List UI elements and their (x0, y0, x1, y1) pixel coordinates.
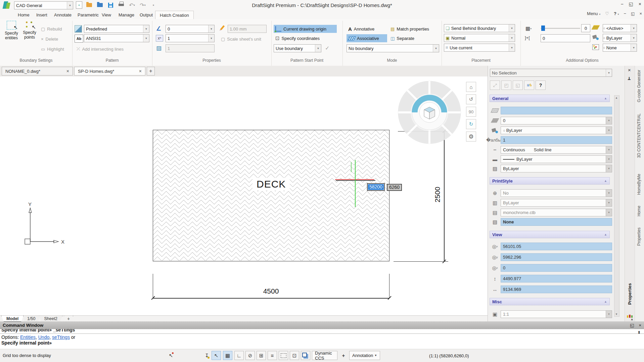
scroll-up-icon[interactable]: ▲ (615, 96, 618, 99)
apply-check-icon[interactable]: ✓ (325, 45, 329, 51)
scale-sheets-unit-button[interactable]: ▢ Scale sheet's unit (221, 35, 261, 43)
wheel-settings-gear-icon[interactable]: ⚙ (466, 132, 476, 142)
tab-hatch-creation[interactable]: Hatch Creation (155, 11, 194, 19)
pen-width-input[interactable]: 1.00 mm (228, 25, 267, 33)
chevron-down-icon[interactable]: ▼ (631, 44, 637, 51)
close-icon[interactable]: × (628, 67, 631, 73)
chevron-down-icon[interactable]: ▼ (606, 311, 612, 318)
chevron-down-icon[interactable]: ▼ (208, 25, 214, 33)
section-view[interactable]: View▲ (490, 231, 610, 238)
deck-hatch-rectangle[interactable]: DECK (153, 130, 389, 261)
open-file-button[interactable] (85, 1, 93, 9)
undo-button[interactable]: ↶▾ (128, 1, 136, 9)
gap-tolerance-input[interactable]: 0 (541, 34, 590, 42)
entity-frame-toggle[interactable]: ⊡ (290, 351, 299, 360)
tab-home[interactable]: Home (13, 11, 34, 19)
chevron-down-icon[interactable]: ▼ (631, 34, 637, 42)
customize-toolbar-icon[interactable]: ⹀ (149, 1, 157, 9)
panel-scrollbar[interactable]: ▲ ▼ (614, 95, 619, 317)
annotation-scale-select[interactable]: Annotation▼ (349, 351, 380, 360)
hatch-background-select[interactable]: ○ None▼ (603, 44, 637, 52)
tab-3d-contentcentral[interactable]: 3D CONTENTCENTRAL (637, 113, 641, 158)
line-color-field[interactable]: ○ByLayer▼ (501, 126, 612, 134)
section-misc[interactable]: Misc▲ (490, 298, 610, 305)
section-printstyle[interactable]: PrintStyle▲ (490, 177, 610, 185)
chevron-down-icon[interactable]: ▼ (208, 35, 214, 42)
chevron-down-icon[interactable]: ▼ (606, 127, 612, 134)
tab-homebyme[interactable]: HomeByMe (637, 174, 641, 195)
view-width-field[interactable]: 9134.969 (501, 286, 612, 293)
scroll-down-icon[interactable]: ▼ (615, 313, 618, 316)
linetype-field[interactable]: ContinuousSolid line▼ (501, 146, 612, 154)
hatch-scale-select[interactable]: 1▼ (166, 34, 215, 42)
chevron-down-icon[interactable]: ▼ (606, 165, 612, 172)
chevron-down-icon[interactable]: ▼ (606, 199, 612, 206)
drawing-canvas[interactable]: DECK 4500 2500 58200 6260 (0, 76, 488, 315)
hatch-spacing-input[interactable]: 1 (166, 44, 215, 52)
collapse-icon[interactable]: ▲ (604, 179, 607, 183)
ribbon-restore-button[interactable]: ◱ (631, 11, 635, 16)
hyperlink-field[interactable] (501, 107, 612, 114)
redo-button[interactable]: ↷▾ (139, 1, 147, 9)
chevron-down-icon[interactable]: ▼ (606, 146, 612, 153)
transparency-slider[interactable] (541, 25, 580, 31)
rotate-view-cw-button[interactable]: ↻ (466, 119, 476, 129)
use-boundary-select[interactable]: Use boundary▼ (274, 44, 321, 52)
transparency-field[interactable]: ByLayer▼ (501, 165, 612, 172)
current-drawing-origin-button[interactable]: Current drawing origin (274, 25, 337, 33)
workspace-selector[interactable]: CAD General ▼ (14, 1, 73, 9)
highlight-button[interactable]: ▭ Highlight (41, 45, 64, 53)
esnap-toggle[interactable]: ⊞ (257, 351, 266, 360)
sheet-tab-sheet2[interactable]: Sheet2 (39, 316, 62, 322)
home-view-button[interactable]: ⌂ (466, 82, 476, 92)
option-entities-link[interactable]: Entities (20, 334, 36, 340)
lineweight-field[interactable]: ByLayer▼ (501, 155, 612, 163)
collapse-icon[interactable]: ▲ (604, 233, 607, 236)
import-file-button[interactable] (96, 1, 104, 9)
option-settings-link[interactable]: seTtings (52, 334, 70, 340)
chevron-down-icon[interactable]: ▼ (433, 45, 439, 52)
match-properties-button[interactable]: ▤ Match properties (389, 25, 431, 33)
sheets-toggle[interactable] (301, 351, 310, 360)
select-matching-tool-button[interactable]: ◱ (513, 81, 523, 90)
view-center-z-field[interactable]: 0 (501, 264, 612, 272)
option-undo-link[interactable]: Undo (38, 334, 49, 340)
sheet-tab-model[interactable]: Model (1, 316, 24, 322)
pattern-name-select[interactable]: ANSI31▼ (84, 34, 149, 42)
rebuild-button[interactable]: ▢ Rebuild (41, 25, 62, 33)
tab-properties[interactable]: Properties (637, 227, 641, 246)
specify-coordinates-button[interactable]: ⊡ Specify coordinates (274, 34, 331, 42)
resize-handle-icon[interactable]: ⬍ (637, 330, 641, 335)
restore-button[interactable]: ◱ (629, 1, 633, 7)
specify-entities-button[interactable]: ↖ Specify entities (3, 21, 20, 40)
help-button[interactable]: ? ▾ (614, 11, 619, 16)
hatch-layer-select[interactable]: ○ <Active>▼ (603, 24, 637, 32)
doc-tab-noname[interactable]: NONAME_0.dwg*× (2, 67, 73, 75)
rotate-view-ccw-button[interactable]: ↺ (466, 94, 476, 104)
annotative-button[interactable]: A Annotative (347, 25, 376, 33)
add-sheet-button[interactable]: + (64, 316, 73, 322)
plumb-snap-icon[interactable]: ↧ (203, 351, 211, 360)
annotation-monitor-icon[interactable]: A (627, 315, 633, 320)
add-intersecting-lines-button[interactable]: ⤫ Add intersecting lines (77, 45, 124, 53)
selection-boundary-toggle[interactable] (279, 351, 288, 360)
tab-annotate[interactable]: Annotate (50, 11, 76, 19)
ribbon-close-button[interactable]: × (639, 11, 642, 16)
select-entities-tool-button[interactable]: ⤢ (490, 81, 500, 90)
menu-button[interactable]: Menu ▾ (587, 11, 600, 16)
draw-order-select[interactable]: ❏ Send Behind Boundary▼ (444, 24, 515, 32)
pointer-snap-toggle[interactable]: ↖ (212, 351, 221, 360)
chevron-down-icon[interactable]: ▼ (606, 156, 612, 163)
quick-properties-button[interactable]: ≡ϟ (524, 81, 534, 90)
tab-output[interactable]: Output (135, 11, 157, 19)
doc-tab-spd-homes[interactable]: SP-D Homes.dwg*× (74, 67, 145, 75)
etrack-toggle[interactable]: ≡ (268, 351, 277, 360)
annotation-scale-field[interactable]: 1:1▼ (501, 310, 612, 318)
selection-filter-select[interactable]: No Selection▼ (490, 69, 612, 77)
coord-x-input[interactable]: 58200 (367, 183, 385, 191)
print-button[interactable] (117, 1, 125, 9)
close-icon[interactable]: × (639, 323, 641, 328)
collapse-icon[interactable]: ▲ (604, 300, 607, 303)
separate-button[interactable]: ◫ Separate (389, 34, 416, 42)
printstyle-table-field[interactable]: monochrome.ctb▼ (501, 209, 612, 216)
